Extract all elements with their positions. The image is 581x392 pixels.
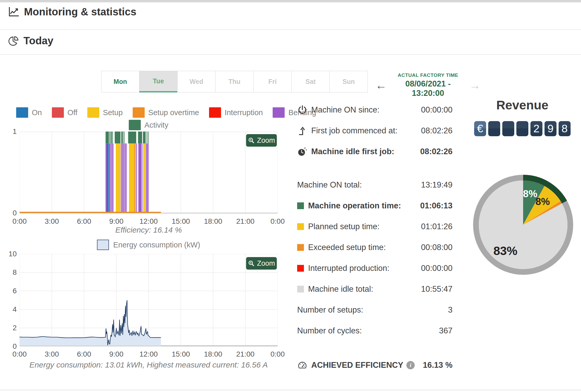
stat-label: ACHIEVED EFFICIENCY bbox=[311, 360, 403, 370]
tab-sat[interactable]: Sat bbox=[291, 71, 330, 92]
tab-fri[interactable]: Fri bbox=[253, 71, 292, 92]
stat-row-machine-idle-first-job: zzMachine idle first job:08:02:26 bbox=[297, 141, 452, 162]
svg-text:83%: 83% bbox=[493, 244, 517, 258]
energy-caption: Energy consumption: 13.01 kWh, Highest m… bbox=[20, 360, 278, 369]
svg-text:8%: 8% bbox=[536, 196, 550, 207]
x-axis-tick: 21:00 bbox=[232, 350, 258, 358]
revenue-title: Revenue bbox=[467, 98, 578, 112]
energy-legend-swatch bbox=[97, 240, 109, 250]
tab-tue[interactable]: Tue bbox=[139, 71, 178, 92]
legend-swatch bbox=[209, 107, 221, 118]
next-day-arrow[interactable]: → bbox=[467, 79, 483, 91]
x-axis-tick: 0:00 bbox=[7, 350, 33, 358]
y-axis-tick: 2 bbox=[3, 324, 17, 332]
idle-clock-icon: zz bbox=[297, 146, 308, 157]
state-legend-row-2: Activity bbox=[20, 120, 278, 130]
x-axis-tick: 15:00 bbox=[168, 217, 194, 226]
revenue-tile-digit: 8 bbox=[559, 121, 571, 136]
stat-row-machine-operation-time: Machine operation time:01:06:13 bbox=[297, 195, 452, 216]
legend-label: Off bbox=[68, 108, 77, 117]
stat-label: Number of setups: bbox=[297, 305, 363, 315]
legend-swatch bbox=[52, 107, 64, 118]
x-axis-tick: 0:00 bbox=[265, 217, 291, 226]
pie-svg: 8%8%83% bbox=[468, 170, 578, 279]
previous-day-arrow[interactable]: ← bbox=[373, 79, 389, 91]
x-axis-tick: 6:00 bbox=[71, 217, 97, 226]
x-axis-tick: 18:00 bbox=[200, 350, 226, 358]
stat-value: 00:00:00 bbox=[421, 264, 452, 273]
stat-value: 01:01:26 bbox=[421, 222, 452, 231]
tab-mon[interactable]: Mon bbox=[101, 71, 139, 92]
tab-thu[interactable]: Thu bbox=[215, 71, 254, 92]
day-tabs: MonTueWedThuFriSatSun bbox=[101, 71, 368, 92]
state-legend-row-1: OnOffSetupSetup overtimeInterruptionBend… bbox=[16, 107, 316, 118]
factory-time-block: ← ACTUAL FACTORY TIME 08/06/2021 - 13:20… bbox=[373, 72, 483, 98]
x-axis-tick: 21:00 bbox=[232, 217, 258, 226]
efficiency-caption: Efficiency: 16.14 % bbox=[20, 226, 278, 234]
revenue-tile-hidden bbox=[516, 121, 528, 136]
header-divider bbox=[0, 29, 581, 30]
window-top-strip bbox=[0, 0, 581, 2]
x-axis-tick: 6:00 bbox=[71, 350, 97, 358]
stat-value: 08:02:26 bbox=[421, 126, 452, 135]
machine-state-chart[interactable]: Zoom bbox=[20, 132, 278, 214]
x-axis-tick: 12:00 bbox=[136, 350, 162, 358]
stat-row-machine-on-total: Machine ON total:13:19:49 bbox=[297, 175, 452, 195]
legend-label: Setup bbox=[103, 108, 123, 117]
gauge-icon bbox=[297, 360, 308, 370]
legend-item-activity: Activity bbox=[129, 120, 168, 130]
legend-item-on: On bbox=[16, 107, 42, 118]
stat-row-machine-idle-total: Machine idle total:10:55:47 bbox=[297, 279, 452, 300]
legend-swatch bbox=[87, 107, 99, 118]
y-axis-tick: 1 bbox=[3, 127, 17, 136]
stat-value: 367 bbox=[439, 326, 452, 335]
stat-row-achieved-efficiency: ACHIEVED EFFICIENCYi16.13 % bbox=[297, 355, 452, 376]
section-title: Today bbox=[23, 35, 53, 47]
stat-label: Machine ON since: bbox=[311, 105, 380, 115]
legend-item-setup-overtime: Setup overtime bbox=[133, 107, 199, 118]
legend-swatch bbox=[16, 107, 28, 118]
x-axis-tick: 18:00 bbox=[200, 217, 226, 226]
time-distribution-pie: 8%8%83% bbox=[468, 170, 578, 279]
stat-color-swatch bbox=[297, 265, 304, 272]
legend-item-interruption: Interruption bbox=[209, 107, 263, 118]
section-divider bbox=[0, 54, 581, 55]
monitoring-chart-icon bbox=[8, 6, 20, 18]
section-header: Today bbox=[8, 35, 53, 47]
stat-value: 13:19:49 bbox=[421, 180, 452, 190]
activity-zoom-button[interactable]: Zoom bbox=[246, 134, 277, 147]
legend-swatch bbox=[133, 107, 145, 118]
stat-value: 00:08:00 bbox=[421, 243, 452, 252]
stat-value: 16.13 % bbox=[423, 360, 452, 370]
stat-label: Machine idle total: bbox=[308, 284, 373, 294]
y-axis-tick: 8 bbox=[3, 268, 17, 277]
tab-sun[interactable]: Sun bbox=[329, 71, 368, 92]
stat-label: Machine ON total: bbox=[297, 180, 362, 190]
stat-value: 3 bbox=[448, 305, 452, 315]
gauge-icon bbox=[297, 360, 308, 370]
energy-zoom-button[interactable]: Zoom bbox=[246, 257, 277, 270]
page-header: Monitoring & statistics bbox=[8, 6, 136, 18]
legend-item-setup: Setup bbox=[87, 107, 123, 118]
info-icon[interactable]: i bbox=[406, 361, 415, 369]
revenue-tile-digit: 9 bbox=[545, 121, 556, 136]
tab-wed[interactable]: Wed bbox=[177, 71, 216, 92]
stat-value: 08:02:26 bbox=[420, 147, 452, 156]
y-axis-tick: 0 bbox=[3, 209, 17, 217]
y-axis-tick: 0 bbox=[3, 342, 17, 351]
stat-label: Exceeded setup time: bbox=[308, 243, 386, 252]
energy-legend-label: Energy consumption (kW) bbox=[113, 241, 200, 249]
revenue-tiles: €298 bbox=[467, 121, 578, 136]
legend-swatch bbox=[129, 120, 141, 130]
revenue-tile-digit: 2 bbox=[530, 121, 542, 136]
stat-color-swatch bbox=[297, 223, 304, 230]
x-axis-tick: 0:00 bbox=[265, 350, 291, 358]
power-icon bbox=[297, 105, 307, 115]
x-axis-tick: 3:00 bbox=[39, 350, 65, 358]
energy-chart-svg bbox=[20, 254, 278, 346]
magnifier-plus-icon bbox=[248, 137, 255, 144]
energy-consumption-chart[interactable]: Zoom bbox=[20, 254, 278, 346]
stats-panel: Machine ON since:00:00:00First job comme… bbox=[297, 99, 452, 376]
first-job-icon bbox=[297, 126, 307, 136]
legend-swatch bbox=[273, 107, 285, 118]
